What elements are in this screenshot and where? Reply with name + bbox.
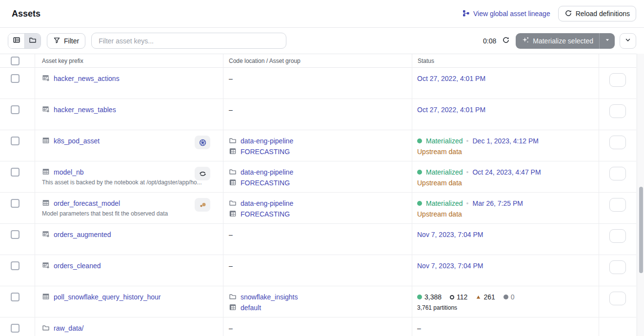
last-materialization-link[interactable]: Nov 7, 2023, 7:04 PM [417,262,483,270]
row-checkbox[interactable] [11,74,20,83]
partition-count: 261 [483,293,495,301]
row-expand-button[interactable] [609,229,626,243]
upstream-data-label: Upstream data [417,210,462,218]
materialized-dot-icon [417,201,422,206]
materialized-label: Materialized [426,137,463,145]
empty-value: – [229,74,233,83]
asset-key-link[interactable]: order_forecast_model [54,199,120,207]
folder-icon [229,293,237,302]
empty-value: – [417,323,421,333]
asset-key-link[interactable]: raw_data/ [54,324,83,332]
row-expand-button[interactable] [609,260,626,274]
row-checkbox[interactable] [11,261,20,270]
empty-value: – [229,230,233,239]
row-expand-button[interactable] [609,104,626,118]
row-checkbox[interactable] [11,199,20,208]
materialize-split-button: Materialize selected [516,33,615,49]
table-row: orders_cleaned – Nov 7, 2023, 7:04 PM [0,255,637,286]
column-asset-key: Asset key prefix [35,58,83,64]
row-checkbox[interactable] [11,168,20,177]
list-view-icon [13,36,20,45]
kubernetes-kind-icon [195,136,210,149]
row-checkbox[interactable] [11,324,20,333]
filter-button[interactable]: Filter [47,33,85,49]
table-icon [42,293,50,302]
refresh-icon [564,9,572,19]
caret-down-icon [604,37,610,44]
empty-value: – [229,261,233,271]
table-row: poll_snowflake_query_history_hour snowfl… [0,286,637,317]
code-location-link[interactable]: snowflake_insights [241,293,298,301]
table-icon [42,199,50,208]
table-row: hacker_news_tables – Oct 27, 2022, 4:01 … [0,99,637,130]
last-materialization-link[interactable]: Mar 26, 7:25 PM [472,199,523,207]
flat-view-button[interactable] [8,34,24,48]
upstream-data-label: Upstream data [417,179,462,187]
row-expand-button[interactable] [609,136,626,149]
asset-key-link[interactable]: poll_snowflake_query_history_hour [54,293,161,301]
sparkle-icon [522,36,529,45]
table-icon [42,168,50,177]
row-expand-button[interactable] [609,292,626,305]
code-location-link[interactable]: data-eng-pipeline [241,168,293,176]
materialize-options-button[interactable] [599,33,615,49]
last-materialization-link[interactable]: Nov 7, 2023, 7:04 PM [417,231,483,238]
search-input[interactable] [91,33,286,49]
last-materialization-link[interactable]: Oct 27, 2022, 4:01 PM [417,75,485,82]
asset-group-link[interactable]: FORECASTING [241,210,290,218]
asset-group-link[interactable]: default [241,304,261,312]
last-materialization-link[interactable]: Dec 1, 2023, 4:12 PM [472,137,538,145]
last-materialization-link[interactable]: Oct 27, 2022, 4:01 PM [417,106,485,114]
code-location-link[interactable]: data-eng-pipeline [241,199,293,207]
separator-dot [466,140,468,142]
row-checkbox[interactable] [11,230,20,239]
last-materialization-link[interactable]: Oct 24, 2023, 4:47 PM [472,168,541,176]
toolbar-overflow-button[interactable] [620,33,636,49]
folder-view-button[interactable] [24,34,40,48]
table-row: raw_data/ – – [0,317,637,336]
row-expand-button[interactable] [609,73,626,87]
row-checkbox[interactable] [11,105,20,114]
select-all-checkbox[interactable] [11,57,20,65]
view-global-asset-lineage-link[interactable]: View global asset lineage [462,9,550,19]
table-row: hacker_news_actions – Oct 27, 2022, 4:01… [0,68,637,99]
chevron-down-icon [624,37,631,45]
asset-group-icon [229,210,237,219]
partition-count: 0 [511,293,515,301]
empty-value: – [229,323,233,333]
code-location-link[interactable]: data-eng-pipeline [241,137,293,145]
separator-dot [466,202,468,204]
asset-group-icon [229,303,237,313]
table-icon [42,137,50,146]
table-row: orders_augmented – Nov 7, 2023, 7:04 PM [0,224,637,255]
refresh-countdown: 0:08 [483,37,496,45]
page-header: Assets View global asset lineage Reload … [0,0,644,28]
scrollbar-thumb[interactable] [639,187,643,273]
reload-definitions-button[interactable]: Reload definitions [558,6,636,21]
separator-dot [466,171,468,173]
asset-key-link[interactable]: orders_augmented [54,231,111,238]
folder-icon [229,137,237,146]
materialize-selected-button[interactable]: Materialize selected [516,33,599,49]
asset-group-link[interactable]: FORECASTING [241,148,290,156]
vertical-scrollbar[interactable] [637,54,644,336]
refresh-now-button[interactable] [501,35,511,46]
folder-icon [229,199,237,208]
asset-key-link[interactable]: hacker_news_actions [54,75,120,82]
asset-key-link[interactable]: orders_cleaned [54,262,101,270]
empty-value: – [229,105,233,115]
asset-group-link[interactable]: FORECASTING [241,179,290,187]
refresh-icon [502,36,510,45]
missing-partitions-icon [450,295,454,299]
toolbar: Filter 0:08 Materialize selected [0,28,644,54]
view-toggle [8,33,41,49]
row-checkbox[interactable] [11,293,20,301]
asset-key-link[interactable]: hacker_news_tables [54,106,116,114]
row-expand-button[interactable] [609,198,626,212]
asset-key-link[interactable]: model_nb [54,168,84,176]
row-checkbox[interactable] [11,137,20,145]
lineage-icon [462,9,470,19]
partitions-caption: 3,761 partitions [417,304,457,311]
asset-key-link[interactable]: k8s_pod_asset [54,137,100,145]
row-expand-button[interactable] [609,167,626,180]
